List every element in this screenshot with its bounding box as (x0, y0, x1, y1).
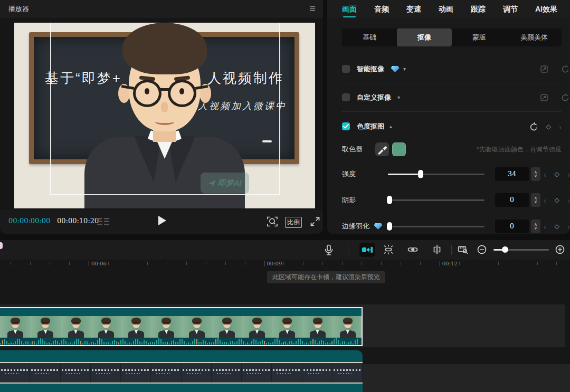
strength-slider-handle[interactable] (418, 170, 423, 178)
smart-matting-keyframe-icon[interactable] (539, 64, 549, 74)
shadow-slider[interactable] (388, 195, 484, 205)
filmstrip-frame (151, 363, 181, 383)
filmstrip-frame (61, 363, 91, 383)
chroma-key-add-keyframe-button[interactable]: ◇ (546, 123, 550, 130)
playhead-handle[interactable] (0, 242, 3, 249)
waveform-bar (220, 340, 221, 345)
custom-matting-checkbox[interactable] (342, 93, 350, 101)
vip-diamond-icon (391, 65, 400, 73)
shadow-stepper-down-icon[interactable]: ∨ (534, 200, 537, 204)
strength-slider[interactable] (388, 169, 484, 179)
performance-warning: 此区域可能存在卡顿，建议渲染后预览 (267, 271, 385, 283)
smart-matting-checkbox[interactable] (342, 65, 350, 73)
chroma-key-caret-icon[interactable]: ▴ (390, 116, 392, 138)
chroma-key-prev-keyframe-button[interactable]: ‹ (535, 122, 538, 131)
chroma-key-checkbox[interactable] (342, 122, 350, 130)
waveform-bar (215, 339, 216, 345)
smart-matting-reset-icon[interactable] (560, 64, 570, 74)
clip-thumbnail (302, 316, 332, 338)
waveform-bar (224, 342, 225, 345)
nose (161, 102, 168, 112)
waveform-bar (0, 343, 1, 345)
subtab-beauty[interactable]: 美颜美体 (507, 28, 562, 46)
preview-quality-icon[interactable] (267, 216, 278, 227)
split-clip-icon[interactable] (431, 244, 443, 255)
zoom-in-icon[interactable] (554, 244, 566, 255)
strength-next-keyframe-button[interactable]: › (567, 170, 570, 179)
subtab-basic[interactable]: 基础 (342, 28, 397, 46)
feather-slider[interactable] (388, 221, 484, 232)
waveform-bar (163, 342, 164, 345)
waveform-bar (203, 340, 204, 345)
feather-value-input[interactable]: 0 (495, 219, 529, 233)
snap-magnet-icon[interactable] (383, 244, 394, 255)
player-menu-icon[interactable]: ≡ (309, 0, 316, 17)
waveform-bar (34, 341, 35, 345)
selection-edge-right[interactable] (279, 23, 280, 195)
feather-add-keyframe-button[interactable]: ◇ (554, 223, 559, 230)
timeline-zoom-handle[interactable] (502, 246, 508, 253)
link-clips-icon[interactable] (407, 244, 419, 255)
tab-audio[interactable]: 音频 (374, 0, 389, 18)
waveform-bar (177, 342, 178, 345)
strength-value-input[interactable]: 34 (495, 167, 529, 181)
feather-prev-keyframe-button[interactable]: ‹ (544, 222, 546, 231)
tab-speed[interactable]: 变速 (406, 0, 421, 18)
zoom-out-icon[interactable] (476, 244, 488, 255)
custom-matting-reset-icon[interactable] (560, 93, 570, 102)
shadow-prev-keyframe-button[interactable]: ‹ (544, 196, 546, 205)
shadow-next-keyframe-button[interactable]: › (567, 196, 570, 205)
feather-stepper-down-icon[interactable]: ∨ (534, 226, 537, 230)
waveform-bar (2, 340, 3, 345)
strength-stepper-down-icon[interactable]: ∨ (534, 174, 537, 178)
frames-grid-icon[interactable] (97, 218, 111, 225)
ruler-tick (108, 262, 109, 265)
preview-axis-toggle[interactable] (359, 243, 375, 257)
strength-add-keyframe-button[interactable]: ◇ (554, 170, 559, 178)
record-voiceover-icon[interactable] (323, 244, 335, 256)
tab-picture[interactable]: 画面 (342, 0, 357, 18)
waveform-bar (302, 341, 303, 345)
waveform-bar (158, 338, 159, 345)
smart-matting-caret-icon[interactable]: ▾ (403, 58, 406, 80)
video-preview-canvas[interactable]: 基于“即梦+ 人视频制作 人视频加入微课中 (14, 23, 315, 208)
tab-adjust[interactable]: 调节 (503, 0, 518, 18)
waveform-bar (160, 339, 162, 345)
ratio-button[interactable]: 比例 (285, 217, 302, 228)
waveform-bar (127, 343, 128, 345)
waveform-bar (17, 339, 18, 345)
strength-prev-keyframe-button[interactable]: ‹ (544, 170, 546, 179)
chroma-key-next-keyframe-button[interactable]: › (559, 122, 562, 131)
waveform-bar (291, 341, 292, 345)
feather-stepper[interactable]: ∧∨ (531, 219, 540, 233)
background-video-clip[interactable] (0, 350, 363, 392)
strength-stepper[interactable]: ∧∨ (531, 167, 540, 181)
feather-next-keyframe-button[interactable]: › (567, 222, 570, 231)
time-ruler[interactable]: 00:0600:0900:12 (0, 260, 570, 270)
shadow-add-keyframe-button[interactable]: ◇ (554, 196, 559, 204)
feather-slider-track[interactable] (388, 226, 484, 227)
shadow-value-input[interactable]: 0 (495, 193, 529, 207)
shadow-stepper[interactable]: ∧∨ (531, 193, 540, 207)
timeline-scale-icon[interactable] (457, 244, 469, 255)
subtab-matting[interactable]: 抠像 (397, 28, 452, 46)
tab-animation[interactable]: 动画 (439, 0, 453, 18)
shadow-slider-track[interactable] (388, 199, 484, 201)
picked-color-swatch[interactable] (392, 142, 406, 156)
tab-ai-effects[interactable]: AI效果 (535, 0, 557, 18)
eyedropper-button[interactable] (375, 142, 389, 156)
ruler-tick (283, 262, 284, 265)
feather-slider-handle[interactable] (387, 222, 392, 231)
custom-matting-caret-icon[interactable]: ▾ (397, 87, 400, 109)
shadow-slider-handle[interactable] (387, 196, 392, 204)
waveform-bar (101, 339, 102, 345)
selection-edge-left[interactable] (50, 23, 51, 195)
selection-edge-bottom[interactable] (50, 194, 280, 195)
custom-matting-keyframe-icon[interactable] (539, 93, 549, 102)
play-button[interactable] (158, 216, 166, 225)
tab-tracking[interactable]: 跟踪 (471, 0, 486, 18)
waveform-bar (239, 339, 240, 345)
selected-video-clip[interactable] (0, 307, 363, 346)
subtab-mask[interactable]: 蒙版 (452, 28, 507, 46)
fullscreen-icon[interactable] (309, 216, 321, 227)
